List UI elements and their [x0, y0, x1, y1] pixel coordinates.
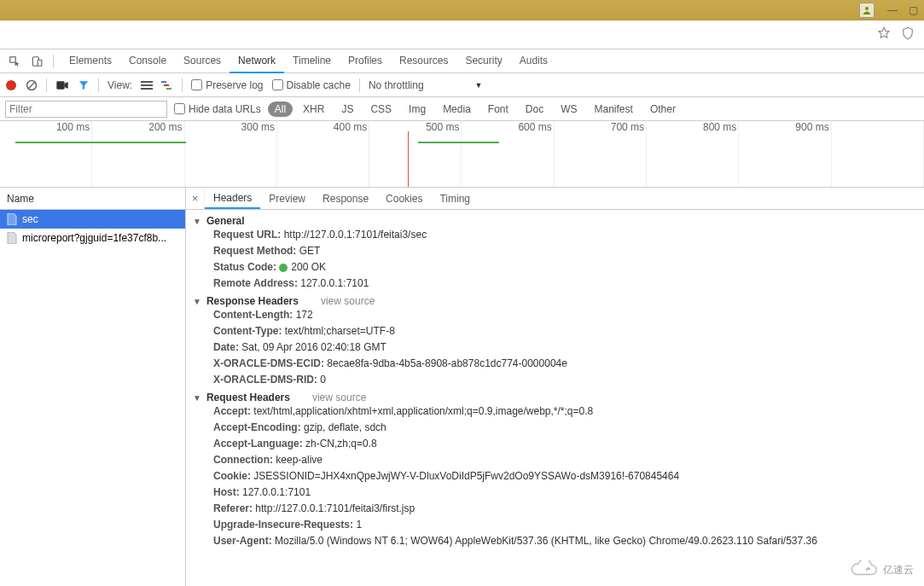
separator	[98, 78, 99, 92]
tab-resources[interactable]: Resources	[391, 49, 456, 73]
type-filter-xhr[interactable]: XHR	[296, 102, 331, 117]
header-row: Status Code: 200 OK	[193, 259, 917, 276]
headers-section-title[interactable]: ▼Response Headersview source	[193, 295, 917, 307]
header-row: Remote Address: 127.0.0.1:7101	[193, 276, 917, 292]
details-panel: × HeadersPreviewResponseCookiesTiming ▼G…	[186, 188, 924, 586]
filter-input[interactable]	[5, 101, 167, 118]
tab-network[interactable]: Network	[230, 49, 284, 73]
view-source-link[interactable]: view source	[312, 392, 366, 403]
tab-profiles[interactable]: Profiles	[340, 49, 391, 73]
header-row: Host: 127.0.0.1:7101	[193, 484, 917, 501]
details-tabs: × HeadersPreviewResponseCookiesTiming	[186, 188, 924, 210]
timeline-tick: 600 ms	[462, 121, 554, 187]
svg-rect-10	[141, 88, 153, 90]
header-row: Accept: text/html,application/xhtml+xml,…	[193, 403, 917, 420]
timeline-tick: 200 ms	[92, 121, 184, 187]
status-dot-icon	[279, 264, 288, 272]
file-icon	[7, 232, 17, 244]
svg-point-4	[6, 80, 16, 90]
filter-icon[interactable]	[78, 79, 90, 91]
type-filter-all[interactable]: All	[268, 102, 293, 117]
inspect-element-icon[interactable]	[5, 52, 24, 71]
tab-audits[interactable]: Audits	[511, 49, 556, 73]
name-column: Name secmicroreport?gjguid=1fe37cf8b...	[0, 188, 186, 586]
name-column-header[interactable]: Name	[0, 188, 185, 210]
view-list-icon[interactable]	[141, 81, 153, 90]
type-filter-img[interactable]: Img	[402, 102, 433, 117]
view-source-link[interactable]: view source	[321, 295, 375, 307]
type-filter-font[interactable]: Font	[481, 102, 515, 117]
svg-rect-11	[161, 81, 166, 83]
request-item-label: microreport?gjguid=1fe37cf8b...	[22, 232, 166, 244]
svg-rect-12	[164, 84, 169, 86]
type-filter-manifest[interactable]: Manifest	[588, 102, 640, 117]
tab-security[interactable]: Security	[456, 49, 510, 73]
svg-rect-8	[141, 81, 153, 83]
disable-cache-checkbox[interactable]: Disable cache	[272, 79, 351, 91]
type-filter-other[interactable]: Other	[643, 102, 683, 117]
request-item[interactable]: microreport?gjguid=1fe37cf8b...	[0, 229, 185, 247]
close-details-button[interactable]: ×	[186, 188, 205, 209]
header-row: Connection: keep-alive	[193, 452, 917, 468]
header-row: Upgrade-Insecure-Requests: 1	[193, 517, 917, 533]
details-tab-preview[interactable]: Preview	[260, 188, 314, 209]
filter-row: Hide data URLs AllXHRJSCSSImgMediaFontDo…	[0, 97, 924, 121]
header-row: User-Agent: Mozilla/5.0 (Windows NT 6.1;…	[193, 533, 917, 549]
device-mode-icon[interactable]	[27, 52, 46, 71]
svg-rect-13	[166, 88, 171, 90]
separator	[53, 55, 54, 68]
network-toolbar: View: Preserve log Disable cache No thro…	[0, 73, 924, 97]
view-waterfall-icon[interactable]	[161, 81, 173, 90]
type-filter-css[interactable]: CSS	[363, 102, 398, 117]
clear-icon[interactable]	[26, 79, 38, 91]
tab-sources[interactable]: Sources	[175, 49, 230, 73]
separator	[46, 78, 47, 92]
details-tab-response[interactable]: Response	[314, 188, 377, 209]
maximize-button[interactable]: ▢	[905, 4, 921, 16]
timeline-tick: 900 ms	[739, 121, 831, 187]
details-tab-timing[interactable]: Timing	[431, 188, 479, 209]
throttling-select[interactable]: No throttling▼	[369, 79, 483, 91]
header-row: Request Method: GET	[193, 243, 917, 259]
details-tab-cookies[interactable]: Cookies	[377, 188, 431, 209]
header-row: Cookie: JSESSIONID=JHX4xnQpeJwjWY-V-Dlux…	[193, 468, 917, 484]
timeline-tick: 300 ms	[185, 121, 277, 187]
timeline-tick: 400 ms	[277, 121, 369, 187]
chevron-down-icon: ▼	[475, 81, 483, 90]
main-area: Name secmicroreport?gjguid=1fe37cf8b... …	[0, 188, 924, 586]
details-tab-headers[interactable]: Headers	[205, 188, 260, 209]
shield-icon[interactable]	[900, 26, 915, 44]
type-filter-doc[interactable]: Doc	[519, 102, 550, 117]
watermark: 亿速云	[849, 560, 914, 579]
headers-section-title[interactable]: ▼General	[193, 215, 917, 227]
header-row: X-ORACLE-DMS-RID: 0	[193, 372, 917, 388]
minimize-button[interactable]: —	[885, 4, 900, 16]
tab-console[interactable]: Console	[120, 49, 175, 73]
devtools: ElementsConsoleSourcesNetworkTimelinePro…	[0, 49, 924, 586]
headers-section-title[interactable]: ▼Request Headersview source	[193, 392, 917, 403]
user-icon[interactable]	[859, 3, 875, 18]
separator	[359, 78, 360, 92]
svg-rect-7	[56, 81, 64, 89]
timeline-tick: 800 ms	[647, 121, 739, 187]
header-row: Date: Sat, 09 Apr 2016 02:40:18 GMT	[193, 339, 917, 356]
type-filter-media[interactable]: Media	[436, 102, 478, 117]
header-row: Accept-Encoding: gzip, deflate, sdch	[193, 420, 917, 436]
timeline-overview[interactable]: 100 ms200 ms300 ms400 ms500 ms600 ms700 …	[0, 121, 924, 188]
svg-rect-9	[141, 84, 153, 86]
record-icon[interactable]	[5, 79, 17, 91]
request-item[interactable]: sec	[0, 210, 185, 229]
type-filter-ws[interactable]: WS	[554, 102, 584, 117]
chevron-down-icon: ▼	[193, 217, 201, 226]
preserve-log-checkbox[interactable]: Preserve log	[191, 79, 263, 91]
header-row: Content-Type: text/html;charset=UTF-8	[193, 323, 917, 339]
hide-data-urls-checkbox[interactable]: Hide data URLs	[174, 103, 261, 115]
svg-line-6	[28, 82, 35, 89]
bookmark-star-icon[interactable]	[876, 26, 892, 44]
camera-icon[interactable]	[55, 80, 69, 90]
tab-timeline[interactable]: Timeline	[284, 49, 340, 73]
file-icon	[7, 213, 17, 225]
type-filter-js[interactable]: JS	[334, 102, 360, 117]
window-titlebar: — ▢	[0, 0, 924, 20]
tab-elements[interactable]: Elements	[61, 49, 120, 73]
